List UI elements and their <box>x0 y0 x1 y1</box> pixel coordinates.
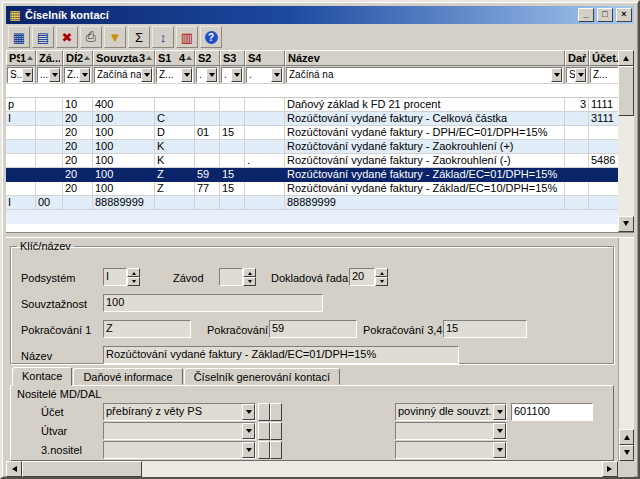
aux-button[interactable] <box>270 422 282 440</box>
records-button[interactable]: ▥ <box>176 26 198 48</box>
aux-button[interactable] <box>258 422 270 440</box>
zavod-field[interactable] <box>219 268 243 286</box>
scroll-down-button[interactable] <box>618 216 634 232</box>
ucet-source-combo[interactable]: přebíraný z věty PS <box>103 403 256 421</box>
pokracovani2-field[interactable]: 59 <box>269 320 357 338</box>
print-button[interactable]: ⎙ <box>80 26 102 48</box>
sum-button[interactable]: Σ <box>128 26 150 48</box>
column-header-ucet[interactable]: Účet... <box>589 50 618 66</box>
zavod-spinner[interactable] <box>243 268 256 286</box>
scrollbar-thumb[interactable] <box>22 461 142 477</box>
dropdown-button[interactable] <box>49 68 60 82</box>
dropdown-button[interactable] <box>575 68 586 82</box>
filter-combo-s4[interactable]: . <box>246 67 283 83</box>
scroll-down-button[interactable] <box>619 445 634 461</box>
close-button[interactable]: × <box>616 8 632 22</box>
aux-button[interactable] <box>258 441 270 459</box>
scroll-right-button[interactable] <box>602 461 618 477</box>
scroll-left-button[interactable] <box>6 461 22 477</box>
filter-combo-s3[interactable]: . <box>221 67 243 83</box>
ucet-rule-combo[interactable]: povinný dle souvzt. <box>395 403 507 421</box>
detail-vertical-scrollbar[interactable] <box>618 238 634 461</box>
dropdown-button[interactable] <box>79 68 90 82</box>
dropdown-button[interactable] <box>493 404 506 420</box>
column-header-s3[interactable]: S3 <box>220 50 245 66</box>
utvar-rule-combo[interactable] <box>395 422 507 440</box>
spinner-down-button[interactable] <box>375 277 388 286</box>
tab-danove-informace[interactable]: Daňové informace <box>73 368 182 385</box>
filter-combo-dr[interactable]: Z... <box>64 67 91 83</box>
dropdown-button[interactable] <box>242 423 255 439</box>
aux-button[interactable] <box>270 403 282 421</box>
dropdown-button[interactable] <box>493 442 506 458</box>
column-header-dr[interactable]: DŘ2 <box>63 50 93 66</box>
scrollbar-track[interactable] <box>618 116 634 216</box>
table-row[interactable]: 20100K.Rozúčtování vydané faktury - Zaok… <box>6 154 618 168</box>
column-header-zavod[interactable]: Zá... <box>36 50 63 66</box>
scrollbar-track[interactable] <box>619 238 634 429</box>
filter-combo-zavod[interactable]: ... <box>37 67 61 83</box>
filter-combo-ps[interactable]: S... <box>7 67 34 83</box>
dropdown-button[interactable] <box>22 68 33 82</box>
table-row[interactable]: p10400Daňový základ k FD 21 procent31111 <box>6 98 618 112</box>
pokracovani1-field[interactable]: Z <box>103 320 191 338</box>
minimize-button[interactable]: _ <box>578 8 594 22</box>
column-header-dan[interactable]: Daň... <box>565 50 589 66</box>
dropdown-button[interactable] <box>231 68 242 82</box>
nazev-field[interactable]: Rozúčtování vydané faktury - Základ/EC=0… <box>103 346 459 364</box>
table-row[interactable]: 20100Z7715Rozúčtování vydané faktury - Z… <box>6 182 618 196</box>
dropdown-button[interactable] <box>551 68 562 82</box>
detail-button[interactable]: ▤ <box>32 26 54 48</box>
dropdown-button[interactable] <box>206 68 217 82</box>
aux-button[interactable] <box>270 441 282 459</box>
filter-combo-dan[interactable]: S... <box>566 67 587 83</box>
horizontal-scrollbar[interactable] <box>6 461 634 477</box>
table-row[interactable]: 20100D0115Rozúčtování vydané faktury - D… <box>6 126 618 140</box>
utvar-source-combo[interactable] <box>103 422 256 440</box>
delete-button[interactable]: ✖ <box>56 26 78 48</box>
browse-button[interactable]: ▦ <box>8 26 30 48</box>
help-button[interactable]: ? <box>200 26 222 48</box>
spinner-up-button[interactable] <box>243 268 256 277</box>
scrollbar-thumb[interactable] <box>618 66 634 116</box>
column-header-nazev[interactable]: Název <box>285 50 565 66</box>
filter-combo-ucet[interactable]: Z... <box>590 67 618 83</box>
podsystem-spinner[interactable] <box>127 268 140 286</box>
column-header-s2[interactable]: S2 <box>195 50 220 66</box>
scroll-up-button[interactable] <box>619 429 634 445</box>
dropdown-button[interactable] <box>181 68 192 82</box>
table-row[interactable]: 20100KRozúčtování vydané faktury - Zaokr… <box>6 140 618 154</box>
dokladova-rada-field[interactable]: 20 <box>349 268 375 286</box>
table-row[interactable]: I20100CRozúčtování vydané faktury - Celk… <box>6 112 618 126</box>
podsystem-field[interactable]: I <box>103 268 127 286</box>
filter-button[interactable]: ▼ <box>104 26 126 48</box>
scrollbar-track[interactable] <box>142 461 602 477</box>
spinner-up-button[interactable] <box>375 268 388 277</box>
aux-button[interactable] <box>258 403 270 421</box>
table-row[interactable]: I008888999988889999 <box>6 196 618 210</box>
nositel3-rule-combo[interactable] <box>395 441 507 459</box>
dropdown-button[interactable] <box>271 68 282 82</box>
tab-kontace[interactable]: Kontace <box>12 367 72 386</box>
title-bar[interactable]: ▦ Číselník kontací _ □ × <box>6 6 634 24</box>
column-header-ps[interactable]: PS1 <box>6 50 36 66</box>
dropdown-button[interactable] <box>242 442 255 458</box>
ucet-value-field[interactable]: 601100 <box>511 403 593 421</box>
column-header-souvztaznost[interactable]: Souvzta...3 <box>93 50 155 66</box>
filter-combo-s2[interactable]: . <box>196 67 218 83</box>
scroll-up-button[interactable] <box>618 50 634 66</box>
dokladova-rada-spinner[interactable] <box>375 268 388 286</box>
dropdown-button[interactable] <box>141 68 152 82</box>
grid-vertical-scrollbar[interactable] <box>618 50 634 232</box>
tab-ciselnik-generovani-kontaci[interactable]: Číselník generování kontací <box>184 368 340 385</box>
column-header-s1[interactable]: S14 <box>155 50 195 66</box>
filter-combo-souvztaznost[interactable]: Začíná na <box>94 67 153 83</box>
sort-button[interactable]: ↕ <box>152 26 174 48</box>
table-row[interactable]: 20100Z5915Rozúčtování vydané faktury - Z… <box>6 168 618 182</box>
column-header-s4[interactable]: S4 <box>245 50 285 66</box>
filter-combo-s1[interactable]: Z... <box>156 67 193 83</box>
maximize-button[interactable]: □ <box>597 8 613 22</box>
dropdown-button[interactable] <box>242 404 255 420</box>
dropdown-button[interactable] <box>493 423 506 439</box>
pokracovani34-field[interactable]: 15 <box>443 320 527 338</box>
